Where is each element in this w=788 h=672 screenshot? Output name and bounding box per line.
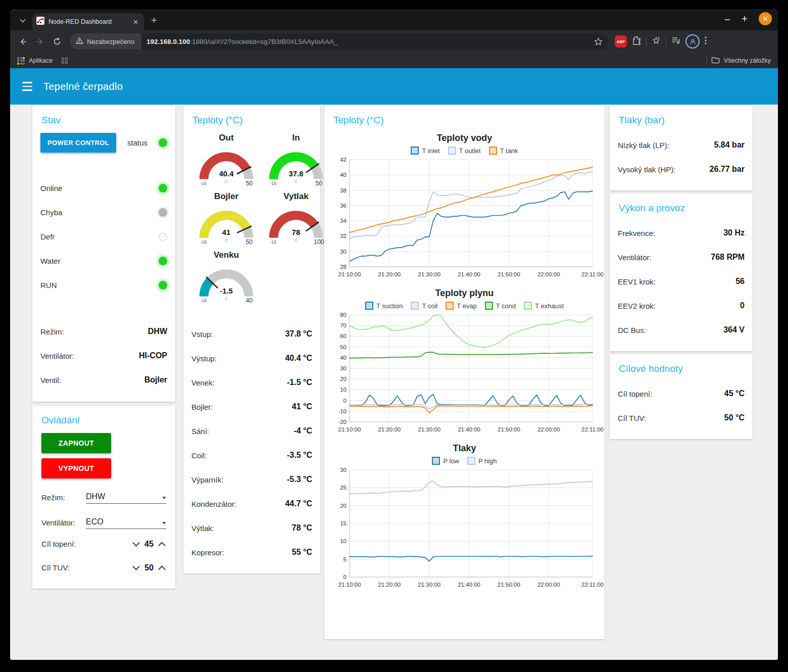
ventilator-select[interactable]: ECO bbox=[86, 517, 166, 529]
perf-label: EEV2 krok: bbox=[618, 302, 656, 310]
legend-item[interactable]: T cond bbox=[485, 302, 516, 310]
svg-text:37.8: 37.8 bbox=[289, 170, 304, 178]
power-row: POWER CONTROL status bbox=[40, 133, 167, 153]
maximize-icon[interactable] bbox=[742, 16, 748, 22]
gauge: Vytlak78C-15100 bbox=[261, 191, 331, 246]
legend-swatch-icon bbox=[411, 302, 419, 310]
svg-text:80: 80 bbox=[340, 312, 347, 318]
tab-close-icon[interactable] bbox=[131, 17, 140, 26]
legend-swatch-icon bbox=[448, 147, 456, 155]
adblock-icon[interactable]: ABP bbox=[615, 35, 627, 47]
browser-tab[interactable]: Node-RED Dashboard bbox=[32, 13, 144, 30]
bookmarks-divider bbox=[707, 56, 707, 65]
bookmarks-bar: Aplikace Všechny záložky bbox=[10, 53, 778, 68]
minimize-icon[interactable] bbox=[724, 16, 730, 22]
close-window-icon[interactable] bbox=[759, 12, 772, 25]
legend-label: T evap bbox=[457, 302, 477, 310]
chart: TlakyP lowP high05101520253021:10:0021:2… bbox=[332, 443, 597, 593]
svg-text:-10: -10 bbox=[338, 408, 347, 414]
folder-icon bbox=[711, 57, 720, 65]
led-row: Online bbox=[40, 176, 167, 200]
power-control-button[interactable]: POWER CONTROL bbox=[40, 133, 116, 153]
led-label: Online bbox=[40, 184, 62, 193]
new-tab-button[interactable] bbox=[147, 13, 161, 27]
legend-item[interactable]: T exhaust bbox=[524, 302, 564, 310]
legend-label: T suction bbox=[376, 302, 403, 310]
card-teploty-gauges: Teploty (°C) Out40.4C-1550In37.8C-1550Bo… bbox=[183, 106, 320, 573]
perf-label: DC Bus: bbox=[618, 326, 646, 334]
tab-search-button[interactable] bbox=[15, 13, 30, 28]
svg-text:10: 10 bbox=[340, 387, 347, 393]
menu-kebab-icon[interactable] bbox=[705, 36, 707, 46]
increment-chevron-icon[interactable] bbox=[158, 565, 166, 571]
profile-avatar-icon[interactable] bbox=[685, 34, 700, 49]
security-label: Nezabezpečeno bbox=[87, 38, 134, 45]
info-value: DHW bbox=[148, 327, 167, 336]
url-host: 192.168.0.100 bbox=[146, 38, 190, 45]
security-chip[interactable]: Nezabezpečeno bbox=[70, 33, 141, 50]
sparkle-star-icon[interactable] bbox=[652, 36, 661, 47]
window-controls bbox=[724, 12, 772, 25]
vypnout-button[interactable]: VYPNOUT bbox=[41, 458, 111, 478]
legend-item[interactable]: T tank bbox=[489, 147, 518, 155]
tab-title: Node-RED Dashboard bbox=[48, 18, 127, 25]
legend-item[interactable]: P high bbox=[467, 457, 497, 465]
info-label: Ventilátor: bbox=[40, 352, 74, 360]
legend-item[interactable]: P low bbox=[432, 457, 459, 465]
legend-item[interactable]: T suction bbox=[365, 302, 403, 310]
node-red-favicon bbox=[36, 17, 44, 27]
svg-text:42: 42 bbox=[340, 157, 347, 163]
pressure-label: Vysoký tlak (HP): bbox=[618, 165, 675, 174]
led-list: OnlineChybaDefrWaterRUN bbox=[40, 176, 167, 297]
all-bookmarks-label[interactable]: Všechny záložky bbox=[724, 57, 771, 64]
decrement-chevron-icon[interactable] bbox=[132, 541, 140, 547]
svg-text:30: 30 bbox=[340, 365, 347, 371]
increment-chevron-icon[interactable] bbox=[158, 541, 166, 547]
extensions-puzzle-icon[interactable] bbox=[632, 36, 641, 47]
perf-value: 30 Hz bbox=[723, 228, 745, 237]
hamburger-menu-icon[interactable] bbox=[22, 82, 32, 90]
temp-label: Výtlak: bbox=[191, 524, 214, 533]
reading-list-icon[interactable] bbox=[671, 36, 680, 46]
rezim-select[interactable]: DHW bbox=[86, 492, 166, 504]
back-icon[interactable] bbox=[15, 34, 30, 49]
apps-grid-icon[interactable] bbox=[17, 57, 25, 65]
legend-item[interactable]: T inlet bbox=[411, 147, 439, 155]
info-label: Ventil: bbox=[40, 376, 61, 385]
temp-value: -3.5 °C bbox=[287, 451, 312, 460]
status-label: status bbox=[127, 138, 147, 147]
legend-item[interactable]: T coil bbox=[411, 302, 437, 310]
legend-item[interactable]: T evap bbox=[446, 302, 477, 310]
reload-icon[interactable] bbox=[50, 34, 65, 49]
legend-swatch-icon bbox=[485, 302, 493, 310]
chart-legend: P lowP high bbox=[332, 457, 597, 465]
temp-value: -4 °C bbox=[293, 426, 312, 436]
dashboard-bookmark-icon[interactable] bbox=[62, 58, 68, 64]
address-bar[interactable]: Nezabezpečeno 192.168.0.100:1880/ui/#!/2… bbox=[70, 33, 608, 50]
card-stav-title: Stav bbox=[41, 115, 167, 126]
legend-swatch-icon bbox=[365, 302, 373, 310]
card-teploty-title: Teploty (°C) bbox=[192, 115, 312, 126]
temp-label: Kondenzátor: bbox=[191, 500, 236, 508]
zapnout-button[interactable]: ZAPNOUT bbox=[41, 433, 111, 453]
svg-text:21:40:00: 21:40:00 bbox=[458, 271, 480, 277]
svg-text:C: C bbox=[294, 179, 298, 184]
led-indicator bbox=[159, 232, 167, 241]
bookmark-apps-label[interactable]: Aplikace bbox=[29, 57, 53, 64]
value-row: Nízký tlak (LP):5.84 bar bbox=[618, 133, 745, 157]
svg-text:22:11:00: 22:11:00 bbox=[581, 426, 604, 433]
perf-value: 0 bbox=[740, 301, 745, 310]
svg-text:40: 40 bbox=[340, 172, 347, 178]
temp-label: Coil: bbox=[191, 451, 207, 460]
legend-item[interactable]: T outlet bbox=[448, 147, 481, 155]
bookmark-star-icon[interactable] bbox=[594, 37, 603, 46]
decrement-chevron-icon[interactable] bbox=[132, 565, 140, 571]
svg-text:21:10:00: 21:10:00 bbox=[338, 582, 361, 588]
ventilator-select-value: ECO bbox=[86, 517, 104, 526]
select-caret-icon bbox=[162, 497, 166, 499]
temp-label: Výstup: bbox=[191, 354, 217, 363]
cil-topeni-label: Cíl topení: bbox=[41, 540, 132, 548]
forward-icon[interactable] bbox=[32, 34, 47, 49]
url-text[interactable]: 192.168.0.100:1880/ui/#!/2?socketid=sg7B… bbox=[146, 38, 591, 45]
chevron-down-icon bbox=[20, 16, 26, 25]
